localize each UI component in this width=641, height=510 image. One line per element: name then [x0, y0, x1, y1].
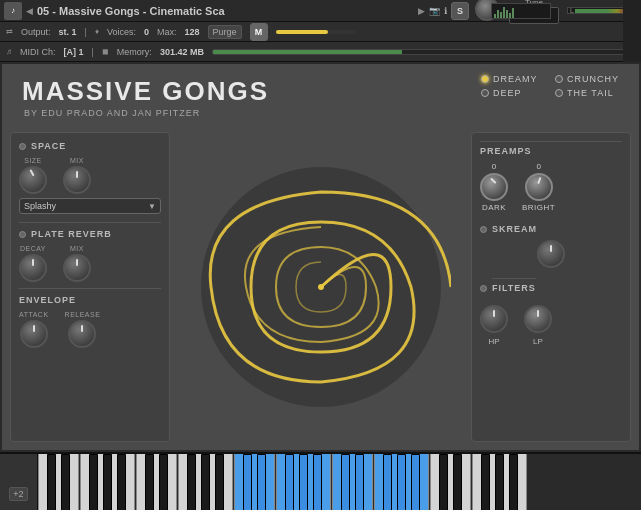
bright-label: BRIGHT	[522, 203, 555, 212]
hp-knob[interactable]	[480, 305, 508, 333]
black-key[interactable]	[383, 454, 392, 510]
black-key[interactable]	[509, 454, 518, 510]
memory-value: 301.42 MB	[160, 47, 204, 57]
dark-label: DARK	[482, 203, 506, 212]
black-key[interactable]	[299, 454, 308, 510]
black-key[interactable]	[341, 454, 350, 510]
deep-label: DEEP	[493, 88, 522, 98]
black-key[interactable]	[61, 454, 70, 510]
preamps-title: PREAMPS	[480, 141, 622, 156]
black-key[interactable]	[439, 454, 448, 510]
decay-knob[interactable]	[19, 254, 47, 282]
scope-bar-7	[512, 8, 514, 18]
instrument-author: BY EDU PRADO AND JAN PFITZER	[24, 108, 200, 118]
mood-crunchy[interactable]: CRUNCHY	[555, 74, 619, 84]
scope-bar-1	[494, 14, 496, 18]
black-key[interactable]	[187, 454, 196, 510]
black-key[interactable]	[257, 454, 266, 510]
piano-container[interactable]	[38, 454, 528, 510]
info-icon[interactable]: ℹ	[444, 6, 447, 16]
plate-reverb-label: PLATE REVERB	[31, 229, 112, 239]
release-knob[interactable]	[68, 320, 96, 348]
keyboard-scroll[interactable]	[38, 454, 641, 510]
filters-header: FILTERS	[480, 278, 622, 299]
release-label: RELEASE	[65, 311, 101, 318]
bright-knob[interactable]	[525, 173, 553, 201]
output-value[interactable]: st. 1	[59, 27, 77, 37]
black-key[interactable]	[243, 454, 252, 510]
instrument-name: MASSIVE GONGS	[22, 76, 269, 107]
output-icon: ⇄	[6, 27, 13, 36]
s-button[interactable]: S	[451, 2, 469, 20]
purge-button[interactable]: Purge	[208, 25, 242, 39]
black-key[interactable]	[201, 454, 210, 510]
m-button[interactable]: M	[250, 23, 268, 41]
mix-label: MIX	[70, 157, 84, 164]
bright-knob-container: 0 BRIGHT	[522, 162, 555, 212]
thetail-label: THE TAIL	[567, 88, 614, 98]
size-label: SIZE	[24, 157, 42, 164]
black-key[interactable]	[159, 454, 168, 510]
mood-dreamy[interactable]: DREAMY	[481, 74, 545, 84]
black-key[interactable]	[89, 454, 98, 510]
output-label: Output:	[21, 27, 51, 37]
mix-knob-group: MIX	[63, 157, 91, 194]
instrument-area: MASSIVE GONGS BY EDU PRADO AND JAN PFITZ…	[0, 62, 641, 452]
envelope-knobs: ATTACK RELEASE	[19, 311, 161, 348]
black-key[interactable]	[355, 454, 364, 510]
deep-led	[481, 89, 489, 97]
plate-mix-knob[interactable]	[63, 254, 91, 282]
nav-arrow-left[interactable]: ◀	[26, 6, 33, 16]
max-label: Max:	[157, 27, 177, 37]
spiral-center	[318, 284, 324, 290]
camera-icon[interactable]: 📷	[429, 6, 440, 16]
black-key[interactable]	[145, 454, 154, 510]
black-key[interactable]	[103, 454, 112, 510]
mood-deep[interactable]: DEEP	[481, 88, 545, 98]
dropdown-arrow-icon: ▼	[148, 202, 156, 211]
attack-knob[interactable]	[20, 320, 48, 348]
filters-section: FILTERS HP LP	[480, 278, 622, 346]
black-key[interactable]	[215, 454, 224, 510]
size-knob[interactable]	[19, 166, 47, 194]
dark-knob[interactable]	[480, 173, 508, 201]
mood-thetail[interactable]: THE TAIL	[555, 88, 619, 98]
dark-knob-container: 0 DARK	[480, 162, 508, 212]
midi-icon: ♬	[6, 47, 12, 56]
voices-icon: ♦	[95, 27, 99, 36]
skream-knob[interactable]	[537, 240, 565, 268]
mood-buttons: DREAMY CRUNCHY DEEP THE TAIL	[481, 74, 619, 98]
filters-title: FILTERS	[492, 278, 536, 293]
voices-value: 0	[144, 27, 149, 37]
memory-icon: ◼	[102, 47, 109, 56]
plate-led	[19, 231, 26, 238]
black-key[interactable]	[313, 454, 322, 510]
black-key[interactable]	[481, 454, 490, 510]
lp-knob[interactable]	[524, 305, 552, 333]
decay-label: DECAY	[20, 245, 46, 252]
nav-arrow-right[interactable]: ▶	[418, 6, 425, 16]
dreamy-led	[481, 75, 489, 83]
black-key[interactable]	[453, 454, 462, 510]
hp-knob-group: HP	[480, 305, 508, 346]
black-key[interactable]	[397, 454, 406, 510]
scope-bar-4	[503, 7, 505, 18]
filters-led	[480, 285, 487, 292]
black-key[interactable]	[47, 454, 56, 510]
black-key[interactable]	[285, 454, 294, 510]
spiral-svg	[191, 142, 451, 432]
black-key[interactable]	[495, 454, 504, 510]
black-key[interactable]	[117, 454, 126, 510]
master-slider[interactable]	[276, 30, 356, 34]
midi-value[interactable]: [A] 1	[64, 47, 84, 57]
space-dropdown[interactable]: Splashy ▼	[19, 198, 161, 214]
hp-label: HP	[488, 337, 499, 346]
minus-label[interactable]: –	[15, 505, 22, 510]
plate-mix-knob-group: MIX	[63, 245, 91, 282]
black-key[interactable]	[411, 454, 420, 510]
space-mix-knob[interactable]	[63, 166, 91, 194]
space-led	[19, 143, 26, 150]
spiral-visualization	[177, 132, 464, 442]
scope-bar-5	[506, 10, 508, 18]
preamps-knobs: 0 DARK 0 BRIGHT	[480, 162, 622, 212]
